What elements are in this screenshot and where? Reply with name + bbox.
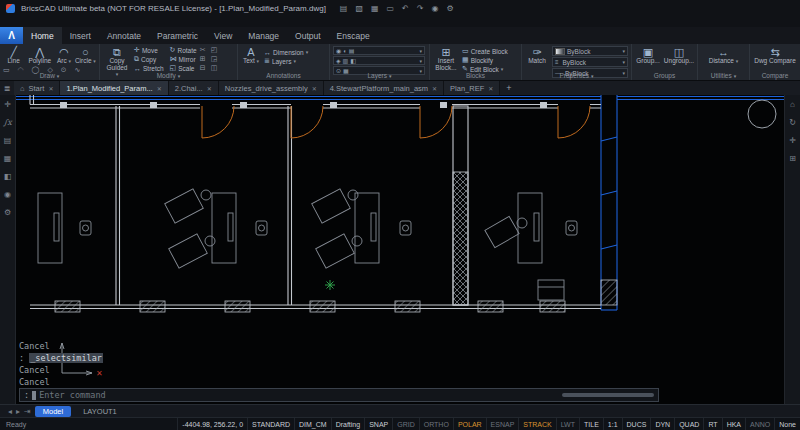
- distance-button[interactable]: ↔ Distance ▾: [703, 46, 745, 65]
- prev-layout-icon[interactable]: ◂: [8, 407, 12, 416]
- view-icon[interactable]: ◉: [432, 3, 439, 14]
- status-toggle-esnap[interactable]: ESNAP: [486, 418, 519, 430]
- status-toggle-ortho[interactable]: ORTHO: [419, 418, 453, 430]
- doc-tab-chair[interactable]: 2.Chai... ✕: [169, 81, 219, 95]
- open-file-icon[interactable]: ▧: [355, 3, 363, 14]
- color-combo[interactable]: ByBlock▾: [552, 46, 628, 56]
- doc-tab-stewartplatform-main-asm[interactable]: 4.StewartPlatform_main_asm ✕: [324, 81, 444, 95]
- layer-state-combo[interactable]: ◉◐▤▾: [333, 46, 425, 55]
- redo-icon[interactable]: ↷: [417, 3, 424, 14]
- grid-view-icon[interactable]: ⊞: [789, 154, 796, 163]
- layer-combo[interactable]: ◈▥◧▾: [333, 56, 425, 65]
- mirror-button[interactable]: ⋈Mirror: [170, 55, 197, 63]
- panel-label-compare[interactable]: Compare: [750, 71, 800, 80]
- modify-extra-tools[interactable]: ✂ ◰ ⊞ ◲ ⊟ ◫: [200, 46, 219, 72]
- undo-icon[interactable]: ↶: [402, 3, 409, 14]
- text-button[interactable]: A Text ▾: [241, 46, 261, 65]
- panel-label-draw[interactable]: Draw▾: [0, 71, 99, 80]
- command-input[interactable]: : Enter command: [19, 388, 659, 402]
- close-icon[interactable]: ✕: [157, 85, 162, 92]
- layer-tool-icon[interactable]: ▦: [4, 154, 12, 163]
- status-toggle-dyn[interactable]: DYN: [650, 418, 674, 430]
- command-scrollbar[interactable]: [562, 393, 654, 397]
- tab-output[interactable]: Output: [287, 27, 329, 44]
- layers-dropdown-button[interactable]: ≣Layers▾: [264, 57, 308, 65]
- app-icon[interactable]: [6, 4, 15, 13]
- panel-label-groups[interactable]: Groups: [632, 71, 697, 80]
- move-button[interactable]: ✛Move: [134, 46, 164, 54]
- status-text-style[interactable]: STANDARD: [247, 418, 294, 430]
- blockify-button[interactable]: ▦Blockify: [462, 56, 508, 64]
- new-file-icon[interactable]: ▤: [340, 3, 348, 14]
- circle-button[interactable]: ○ Circle ▾: [75, 46, 96, 65]
- layout1-tab[interactable]: LAYOUT1: [75, 406, 125, 417]
- settings-tool-icon[interactable]: ⚙: [4, 208, 11, 217]
- drawing-canvas[interactable]: ✕ Cancel : _selectsimilar Cancel Cancel …: [16, 95, 784, 404]
- status-toggle-snap[interactable]: SNAP: [364, 418, 392, 430]
- status-coordinates[interactable]: -4404.98, 256.22, 0: [177, 418, 247, 430]
- polyline-button[interactable]: ⋀ Polyline: [26, 46, 53, 65]
- orbit-view-icon[interactable]: ↻: [789, 118, 796, 127]
- status-selection-mode[interactable]: None: [774, 418, 800, 430]
- tab-annotate[interactable]: Annotate: [99, 27, 149, 44]
- match-properties-button[interactable]: ✑ Match: [525, 46, 549, 65]
- ungroup-button[interactable]: ◫ Ungroup...: [664, 46, 694, 65]
- panel-label-modify[interactable]: Modify▾: [100, 71, 237, 80]
- status-annotation-scale[interactable]: 1:1: [603, 418, 622, 430]
- save-icon[interactable]: ▦: [371, 3, 379, 14]
- pan-view-icon[interactable]: ✛: [789, 136, 796, 145]
- status-toggle-strack[interactable]: STRACK: [518, 418, 555, 430]
- tab-manage[interactable]: Manage: [240, 27, 287, 44]
- tab-enscape[interactable]: Enscape: [329, 27, 378, 44]
- status-toggle-lwt[interactable]: LWT: [556, 418, 579, 430]
- doc-tab-plan-ref[interactable]: Plan_REF ✕: [444, 81, 500, 95]
- material-tool-icon[interactable]: ◧: [4, 172, 12, 181]
- close-icon[interactable]: ✕: [312, 85, 317, 92]
- close-icon[interactable]: ✕: [48, 85, 53, 92]
- panel-label-layers[interactable]: Layers▾: [330, 71, 429, 80]
- dimension-button[interactable]: ↔Dimension▾: [264, 48, 308, 56]
- status-toggle-hka[interactable]: HKA: [722, 418, 745, 430]
- expression-tool-icon[interactable]: ∫x: [3, 118, 12, 127]
- doc-tab-plan-modified-param[interactable]: 1.Plan_Modified_Param... ✕: [60, 81, 168, 95]
- sheet-tool-icon[interactable]: ▤: [4, 136, 12, 145]
- panel-label-annotations[interactable]: Annotations: [238, 71, 329, 80]
- home-view-icon[interactable]: ⌂: [790, 100, 795, 109]
- tab-parametric[interactable]: Parametric: [149, 27, 206, 44]
- status-workspace[interactable]: Drafting: [331, 418, 365, 430]
- panel-label-properties[interactable]: Properties▾: [522, 71, 631, 80]
- insert-block-button[interactable]: ⊞ Insert Block...: [433, 46, 459, 72]
- status-toggle-polar[interactable]: POLAR: [453, 418, 486, 430]
- line-button[interactable]: ╱ Line: [3, 46, 24, 65]
- create-block-button[interactable]: ▭Create Block: [462, 47, 508, 55]
- settings-icon[interactable]: ⚙: [447, 3, 454, 14]
- panel-label-blocks[interactable]: Blocks: [430, 71, 521, 80]
- status-toggle-grid[interactable]: GRID: [392, 418, 419, 430]
- render-tool-icon[interactable]: ◉: [4, 190, 11, 199]
- new-tab-button[interactable]: +: [500, 81, 517, 95]
- arc-button[interactable]: ◠ Arc ▾: [55, 46, 72, 65]
- group-button[interactable]: ▣ Group...: [635, 46, 661, 65]
- lineweight-combo[interactable]: ≡ByBlock▾: [552, 57, 628, 67]
- bricscad-logo[interactable]: Λ: [0, 27, 23, 44]
- status-toggle-tile[interactable]: TILE: [579, 418, 603, 430]
- tab-home[interactable]: Home: [23, 27, 62, 44]
- panel-label-utilities[interactable]: Utilities▾: [698, 71, 749, 80]
- plot-icon[interactable]: ▭: [387, 3, 395, 14]
- crosshair-tool-icon[interactable]: ✛: [4, 100, 11, 109]
- status-toggle-anno[interactable]: ANNO: [745, 418, 774, 430]
- status-dim-style[interactable]: DIM_CM: [294, 418, 331, 430]
- doc-tab-start[interactable]: ⌂ Start ✕: [14, 81, 60, 95]
- status-toggle-quad[interactable]: QUAD: [674, 418, 703, 430]
- close-icon[interactable]: ✕: [207, 85, 212, 92]
- tab-view[interactable]: View: [206, 27, 240, 44]
- status-toggle-rt[interactable]: RT: [703, 418, 721, 430]
- tab-insert[interactable]: Insert: [62, 27, 99, 44]
- model-tab[interactable]: Model: [35, 406, 71, 417]
- rotate-button[interactable]: ↻Rotate: [170, 46, 197, 54]
- close-icon[interactable]: ✕: [432, 85, 437, 92]
- doc-tab-nozzles-drive-assembly[interactable]: Nozzles_drive_assembly ✕: [219, 81, 324, 95]
- next-layout-icon[interactable]: ▸: [16, 407, 20, 416]
- status-toggle-ducs[interactable]: DUCS: [622, 418, 651, 430]
- last-layout-icon[interactable]: ⇥: [24, 407, 31, 416]
